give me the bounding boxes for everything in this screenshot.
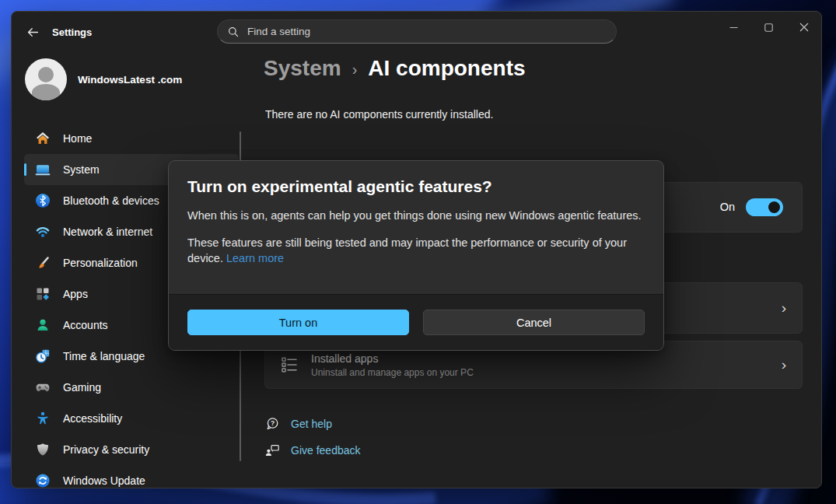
page-title: AI components	[368, 56, 525, 81]
sidebar-item-privacy[interactable]: Privacy & security	[24, 434, 239, 465]
network-icon	[35, 224, 51, 240]
desktop: Settings WindowsLatest .com	[0, 0, 836, 504]
minimize-icon	[729, 23, 738, 32]
dialog-paragraph-1: When this is on, agents can help you get…	[187, 208, 645, 223]
windows-update-icon	[35, 473, 51, 488]
profile[interactable]: WindowsLatest .com	[25, 58, 182, 100]
sidebar-label: Accounts	[63, 319, 108, 331]
app-title: Settings	[52, 26, 92, 38]
feedback-icon	[264, 443, 280, 458]
toggle-knob	[768, 201, 780, 213]
system-icon	[35, 162, 51, 177]
give-feedback-link[interactable]: Give feedback	[264, 443, 361, 458]
home-icon	[35, 131, 51, 146]
sidebar-label: Time & language	[63, 350, 145, 362]
cancel-button[interactable]: Cancel	[423, 310, 645, 335]
sidebar-label: Gaming	[63, 381, 101, 394]
sidebar-label: Personalization	[63, 257, 138, 269]
agentic-toggle-switch[interactable]	[746, 198, 783, 216]
dialog-title: Turn on experimental agentic features?	[187, 177, 645, 196]
dialog-footer: Turn on Cancel	[169, 294, 663, 350]
dialog-paragraph-2: These features are still being tested an…	[187, 235, 645, 266]
minimize-button[interactable]	[716, 12, 751, 43]
back-button[interactable]	[21, 20, 44, 44]
search-box[interactable]	[217, 19, 617, 44]
sidebar-label: Apps	[63, 288, 88, 300]
gaming-icon	[35, 380, 51, 395]
agentic-features-dialog: Turn on experimental agentic features? W…	[168, 160, 664, 351]
empty-state-note: There are no AI components currently ins…	[265, 108, 493, 121]
sidebar-item-gaming[interactable]: Gaming	[24, 372, 239, 403]
help-bubble-icon: ?	[264, 416, 280, 432]
get-help-label: Get help	[291, 418, 332, 430]
turn-on-button[interactable]: Turn on	[187, 310, 409, 335]
accessibility-icon	[35, 411, 51, 426]
installed-apps-icon	[280, 355, 299, 374]
sidebar-label: Network & internet	[63, 226, 152, 238]
sidebar-item-windows-update[interactable]: Windows Update	[24, 465, 239, 488]
sidebar-label: Bluetooth & devices	[63, 194, 159, 207]
installed-apps-text: Installed apps Uninstall and manage apps…	[311, 352, 474, 378]
sidebar-label: Privacy & security	[63, 443, 149, 456]
close-icon	[799, 23, 809, 32]
installed-apps-title: Installed apps	[311, 352, 474, 365]
window-controls	[716, 12, 821, 43]
back-icon	[26, 26, 40, 39]
toggle-state-label: On	[720, 201, 735, 213]
time-language-icon	[35, 348, 51, 364]
svg-text:?: ?	[271, 419, 275, 427]
sidebar-label: Home	[63, 132, 92, 145]
breadcrumb: System › AI components	[264, 56, 526, 81]
breadcrumb-parent[interactable]: System	[264, 56, 341, 81]
chevron-right-icon: ›	[782, 299, 786, 317]
accounts-icon	[35, 317, 51, 333]
dialog-body: Turn on experimental agentic features? W…	[169, 161, 663, 266]
personalization-icon	[35, 255, 51, 271]
privacy-icon	[35, 442, 51, 457]
search-input[interactable]	[247, 26, 607, 37]
installed-apps-subtitle: Uninstall and manage apps on your PC	[311, 367, 474, 378]
profile-name: WindowsLatest .com	[78, 74, 182, 86]
sidebar-item-accessibility[interactable]: Accessibility	[24, 403, 239, 434]
selected-accent-bar	[24, 163, 26, 176]
sidebar-label: Windows Update	[63, 474, 145, 487]
sidebar-item-home[interactable]: Home	[24, 123, 239, 154]
give-feedback-label: Give feedback	[291, 444, 361, 457]
breadcrumb-separator-icon: ›	[352, 61, 358, 79]
chevron-right-icon: ›	[782, 356, 786, 373]
settings-window: Settings WindowsLatest .com	[11, 11, 822, 488]
maximize-icon	[764, 23, 773, 32]
sidebar-label: System	[63, 163, 100, 176]
sidebar-label: Accessibility	[63, 412, 122, 425]
bluetooth-icon	[35, 193, 51, 208]
maximize-button[interactable]	[751, 12, 786, 43]
avatar	[25, 58, 67, 100]
get-help-link[interactable]: ? Get help	[264, 416, 332, 432]
close-button[interactable]	[786, 12, 821, 43]
apps-icon	[35, 286, 51, 302]
learn-more-link[interactable]: Learn more	[226, 252, 284, 264]
search-icon	[227, 26, 240, 38]
